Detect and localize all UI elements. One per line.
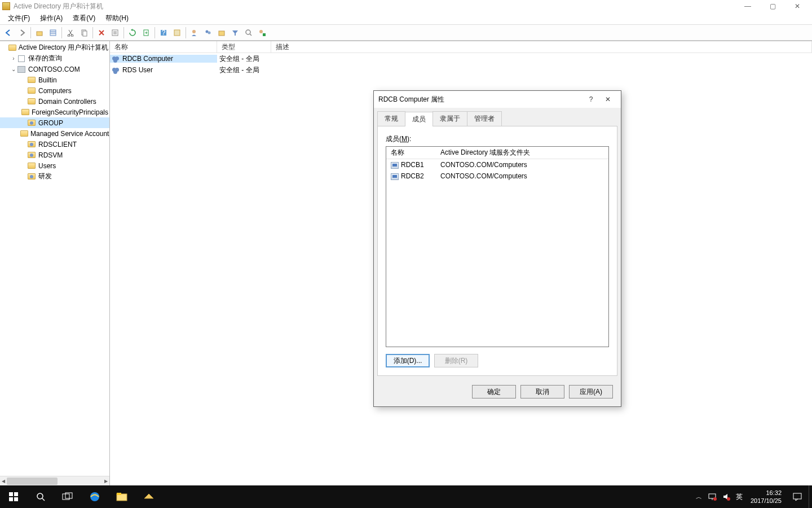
help-icon[interactable]: ? [157,27,170,39]
maximize-button[interactable]: ▢ [760,0,785,12]
search-icon[interactable] [242,27,255,39]
back-icon[interactable] [2,27,15,39]
menu-file[interactable]: 文件(F) [3,12,34,24]
tree-node-computers[interactable]: Computers [0,85,109,96]
svg-point-37 [713,497,717,501]
search-button[interactable] [27,485,54,508]
folder-icon [17,55,26,63]
clock-time: 16:32 [751,489,782,497]
dialog-titlebar[interactable]: RDCB Computer 属性 ? ✕ [374,91,621,108]
apply-button[interactable]: 应用(A) [569,385,613,398]
network-icon[interactable] [708,493,717,501]
tray-chevron-icon[interactable]: ︿ [696,493,702,501]
tree-node-rdsvm[interactable]: RDSVM [0,150,109,160]
close-button[interactable]: ✕ [785,0,810,12]
tree[interactable]: Active Directory 用户和计算机 › 保存的查询 ⌄ CONTOS… [0,41,109,476]
action-center-icon[interactable] [786,485,809,508]
tree-saved-queries[interactable]: › 保存的查询 [0,53,109,64]
clock-date: 2017/10/25 [751,497,782,505]
menu-action[interactable]: 操作(A) [36,12,67,24]
list-icon[interactable] [47,27,59,39]
add-criteria-icon[interactable] [256,27,268,39]
taskview-button[interactable] [54,485,81,508]
tree-node-fsp[interactable]: ForeignSecurityPrincipals [0,107,109,117]
members-col-name[interactable]: 名称 [386,148,436,157]
dialog-help-button[interactable]: ? [582,93,599,106]
minimize-button[interactable]: — [735,0,760,12]
tab-members[interactable]: 成员 [405,112,433,126]
tab-general[interactable]: 常规 [377,111,405,126]
tree-node-msa[interactable]: Managed Service Accounts [0,128,109,139]
add-button[interactable]: 添加(D)... [386,354,430,367]
tree-pane: Active Directory 用户和计算机 › 保存的查询 ⌄ CONTOS… [0,41,110,485]
tree-node-domain-controllers[interactable]: Domain Controllers [0,96,109,107]
scroll-right-icon[interactable]: ▶ [103,476,109,486]
list-header[interactable]: 名称 类型 描述 [110,41,812,53]
list-row[interactable]: RDCB Computer 安全组 - 全局 [110,53,812,64]
tab-memberof[interactable]: 隶属于 [433,111,467,126]
volume-icon[interactable] [722,493,730,501]
tree-node-users[interactable]: Users [0,160,109,171]
svg-point-22 [259,30,263,33]
members-label: 成员(M): [386,134,609,144]
tree-root[interactable]: Active Directory 用户和计算机 [0,42,109,53]
copy-icon[interactable] [78,27,90,39]
ime-indicator[interactable]: 英 [736,492,743,502]
properties-dialog: RDCB Computer 属性 ? ✕ 常规 成员 隶属于 管理者 成员(M)… [373,90,621,407]
svg-rect-25 [14,492,18,496]
menu-view[interactable]: 查看(V) [68,12,100,24]
taskbar: ︿ 英 16:32 2017/10/25 [0,485,812,508]
members-list-header[interactable]: 名称 Active Directory 域服务文件夹 [386,147,608,159]
remove-button: 删除(R) [434,354,478,367]
col-type[interactable]: 类型 [217,41,271,52]
scroll-left-icon[interactable]: ◀ [0,476,7,486]
dialog-tabs: 常规 成员 隶属于 管理者 [374,108,621,126]
svg-point-20 [246,30,250,34]
computer-icon [391,162,399,169]
explorer-icon[interactable] [108,485,135,508]
members-row[interactable]: RDCB1 CONTOSO.COM/Computers [386,159,608,170]
system-tray[interactable]: ︿ 英 [692,492,746,502]
refresh-icon[interactable] [126,27,139,39]
ok-button[interactable]: 确定 [472,385,516,398]
new-group-icon[interactable] [202,27,214,39]
show-desktop-button[interactable] [809,485,812,508]
clock[interactable]: 16:32 2017/10/25 [746,489,786,505]
tree-node-builtin[interactable]: Builtin [0,75,109,85]
start-button[interactable] [0,485,27,508]
list-row[interactable]: RDS User 安全组 - 全局 [110,64,812,76]
members-row[interactable]: RDCB2 CONTOSO.COM/Computers [386,170,608,182]
computer-icon [391,173,399,180]
menu-help[interactable]: 帮助(H) [101,12,133,24]
filter-icon[interactable] [229,27,241,39]
new-ou-icon[interactable] [215,27,228,39]
forward-icon[interactable] [16,27,28,39]
client-area: Active Directory 用户和计算机 › 保存的查询 ⌄ CONTOS… [0,41,812,485]
tree-node-rdsclient[interactable]: RDSCLIENT [0,139,109,150]
tree-node-group[interactable]: GROUP [0,117,109,128]
tab-managedby[interactable]: 管理者 [467,111,502,126]
cut-icon[interactable] [64,27,77,39]
col-name[interactable]: 名称 [110,41,217,52]
new-user-icon[interactable] [188,27,201,39]
tree-node-rd[interactable]: 研发 [0,171,109,182]
up-icon[interactable] [33,27,46,39]
export-icon[interactable] [140,27,152,39]
tree-domain[interactable]: ⌄ CONTOSO.COM [0,64,109,75]
scroll-thumb[interactable] [7,478,58,485]
ie-icon[interactable] [81,485,108,508]
group-icon [112,66,121,74]
properties-icon[interactable] [109,27,121,39]
delete-icon[interactable] [95,27,108,39]
members-list[interactable]: 名称 Active Directory 域服务文件夹 RDCB1 CONTOSO… [386,146,609,347]
tree-hscrollbar[interactable]: ◀ ▶ [0,476,109,485]
svg-point-16 [192,30,196,33]
group-icon [112,55,121,63]
col-desc[interactable]: 描述 [271,41,812,52]
dialog-close-button[interactable]: ✕ [599,93,616,106]
svg-rect-19 [219,31,224,36]
cancel-button[interactable]: 取消 [520,385,564,398]
find-icon[interactable] [171,27,183,39]
members-col-folder[interactable]: Active Directory 域服务文件夹 [436,148,608,157]
app-icon[interactable] [135,485,162,508]
